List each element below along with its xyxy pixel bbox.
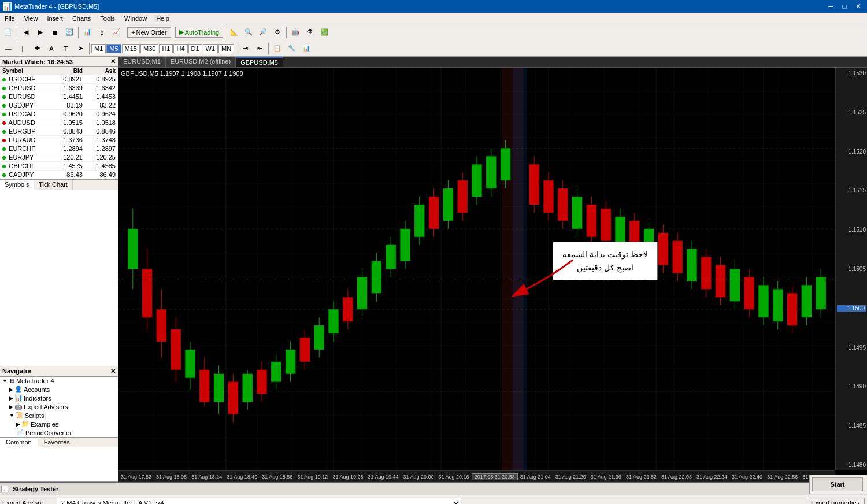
crosshair-tool[interactable]: ✚ xyxy=(30,42,44,55)
menu-window[interactable]: Window xyxy=(120,14,151,23)
new-btn[interactable]: 📄 xyxy=(1,26,15,39)
terminal-btn[interactable]: 💹 xyxy=(317,26,331,39)
line-tool[interactable]: — xyxy=(1,42,15,55)
stop-btn[interactable]: ⏹ xyxy=(48,26,62,39)
nav-accounts[interactable]: ▶ 👤 Accounts xyxy=(0,385,118,394)
market-watch-close[interactable]: ✕ xyxy=(110,58,116,65)
tab-gbpusd-m5[interactable]: GBPUSD,M5 xyxy=(236,57,283,67)
chart-canvas[interactable]: GBPUSD,M5 1.1907 1.1908 1.1907 1.1908 xyxy=(118,68,867,482)
psep1 xyxy=(89,43,90,54)
nav-period-converter[interactable]: 📄 PeriodConverter xyxy=(0,428,118,437)
tab-eurusd-m1[interactable]: EURUSD,M1 xyxy=(118,57,166,67)
properties-btn[interactable]: ⚙ xyxy=(271,26,284,39)
market-watch-row[interactable]: EURAUD 1.3736 1.3748 xyxy=(0,136,118,144)
tab-common[interactable]: Common xyxy=(0,438,38,447)
close-button[interactable]: ✕ xyxy=(852,1,865,12)
direction-dot xyxy=(2,156,6,160)
direction-dot xyxy=(2,87,6,90)
svg-rect-73 xyxy=(558,188,568,221)
menu-tools[interactable]: Tools xyxy=(95,14,120,23)
svg-rect-64 xyxy=(486,156,496,188)
menu-charts[interactable]: Charts xyxy=(68,14,95,23)
navigator-close[interactable]: ✕ xyxy=(110,368,116,375)
market-watch-row[interactable]: EURCHF 1.2894 1.2897 xyxy=(0,144,118,153)
market-watch-row[interactable]: GBPUSD 1.6339 1.6342 xyxy=(0,84,118,92)
nav-scripts[interactable]: ▼ 📜 Scripts xyxy=(0,411,118,420)
titlebar-controls[interactable]: ─ □ ✕ xyxy=(824,1,865,12)
zoom-in-btn[interactable]: 🔍 xyxy=(242,26,255,39)
market-watch-row[interactable]: CADJPY 86.43 86.49 xyxy=(0,171,118,179)
market-watch-row[interactable]: EURJPY 120.21 120.25 xyxy=(0,153,118,162)
ask-cell: 1.6342 xyxy=(85,84,118,92)
market-watch-row[interactable]: USDCAD 0.9620 0.9624 xyxy=(0,110,118,118)
market-watch-row[interactable]: USDJPY 83.19 83.22 xyxy=(0,101,118,110)
tab-symbols[interactable]: Symbols xyxy=(0,180,34,190)
nav-ea-label: Expert Advisors xyxy=(24,403,68,410)
objects-btn[interactable]: 📐 xyxy=(227,26,241,39)
nav-expert-advisors[interactable]: ▶ 🤖 Expert Advisors xyxy=(0,402,118,411)
period-w1[interactable]: W1 xyxy=(203,44,218,53)
expert-attach[interactable]: ⇥ xyxy=(238,42,252,55)
direction-dot xyxy=(2,147,6,151)
tab-tick-chart[interactable]: Tick Chart xyxy=(34,180,73,190)
panel-btn1[interactable]: 📋 xyxy=(271,42,284,55)
cursor-tool[interactable]: | xyxy=(16,42,29,55)
text-tool[interactable]: T xyxy=(59,42,73,55)
period-m1[interactable]: M1 xyxy=(91,44,106,53)
period-mn[interactable]: MN xyxy=(218,44,234,53)
nav-metatrader4[interactable]: ▼ 🖥 MetaTrader 4 xyxy=(0,377,118,385)
abc-tool[interactable]: A xyxy=(45,42,58,55)
st-collapse-btn[interactable]: - xyxy=(1,486,8,492)
market-watch-row[interactable]: EURUSD 1.4451 1.4453 xyxy=(0,92,118,101)
back-btn[interactable]: ◀ xyxy=(19,26,33,39)
ask-cell: 1.3748 xyxy=(85,136,118,144)
expert-properties-button[interactable]: Expert properties xyxy=(806,498,865,504)
chart-bar-btn[interactable]: 📊 xyxy=(80,26,94,39)
period-h4[interactable]: H4 xyxy=(173,44,187,53)
expert-btn[interactable]: 🤖 xyxy=(288,26,302,39)
menu-insert[interactable]: Insert xyxy=(42,14,68,23)
period-m15[interactable]: M15 xyxy=(122,44,140,53)
tester-btn[interactable]: ⚗ xyxy=(303,26,317,39)
chart-title: GBPUSD,M5 1.1907 1.1908 1.1907 1.1908 xyxy=(121,70,243,77)
svg-rect-107 xyxy=(802,285,812,317)
nav-indicators[interactable]: ▶ 📊 Indicators xyxy=(0,394,118,402)
minimize-button[interactable]: ─ xyxy=(824,1,837,12)
bid-cell: 1.2894 xyxy=(52,144,85,153)
nav-accounts-label: Accounts xyxy=(24,386,50,393)
arrow-tool[interactable]: ➤ xyxy=(73,42,87,55)
price-3: 1.1520 xyxy=(837,149,866,155)
st-ea-select[interactable]: 2 MA Crosses Mega filter EA V1.ex4 xyxy=(57,498,461,504)
menu-file[interactable]: File xyxy=(0,14,20,23)
period-m5[interactable]: M5 xyxy=(106,44,121,53)
period-h1[interactable]: H1 xyxy=(159,44,173,53)
menu-view[interactable]: View xyxy=(20,14,43,23)
symbol-cell: GBPUSD xyxy=(0,84,52,92)
svg-rect-93 xyxy=(701,257,711,290)
market-watch-row[interactable]: AUDUSD 1.0515 1.0518 xyxy=(0,118,118,127)
expert-detach[interactable]: ⇤ xyxy=(253,42,266,55)
chart-line-btn[interactable]: 📈 xyxy=(109,26,123,39)
menu-help[interactable]: Help xyxy=(151,14,174,23)
price-11: 1.1480 xyxy=(837,462,866,468)
market-watch-row[interactable]: GBPCHF 1.4575 1.4585 xyxy=(0,162,118,171)
refresh-btn[interactable]: 🔄 xyxy=(62,26,76,39)
chart-candle-btn[interactable]: 🕯 xyxy=(95,26,109,39)
maximize-button[interactable]: □ xyxy=(838,1,851,12)
start-btn-area: Start xyxy=(809,475,867,494)
period-d1[interactable]: D1 xyxy=(188,44,202,53)
nav-examples[interactable]: ▶ 📁 Examples xyxy=(0,420,118,428)
tab-eurusd-m2[interactable]: EURUSD,M2 (offline) xyxy=(166,57,236,67)
market-watch-row[interactable]: EURGBP 0.8843 0.8846 xyxy=(0,127,118,136)
autotrading-button[interactable]: ▶ AutoTrading xyxy=(175,27,224,38)
forward-btn[interactable]: ▶ xyxy=(34,26,47,39)
zoom-out-btn[interactable]: 🔎 xyxy=(256,26,270,39)
start-button[interactable]: Start xyxy=(812,477,863,491)
new-order-button[interactable]: + New Order xyxy=(127,27,171,38)
panel-btn3[interactable]: 📊 xyxy=(299,42,313,55)
period-m30[interactable]: M30 xyxy=(140,44,158,53)
market-watch-row[interactable]: USDCHF 0.8921 0.8925 xyxy=(0,75,118,84)
candlestick-chart xyxy=(118,68,835,470)
panel-btn2[interactable]: 🔧 xyxy=(285,42,299,55)
tab-favorites[interactable]: Favorites xyxy=(38,438,76,447)
